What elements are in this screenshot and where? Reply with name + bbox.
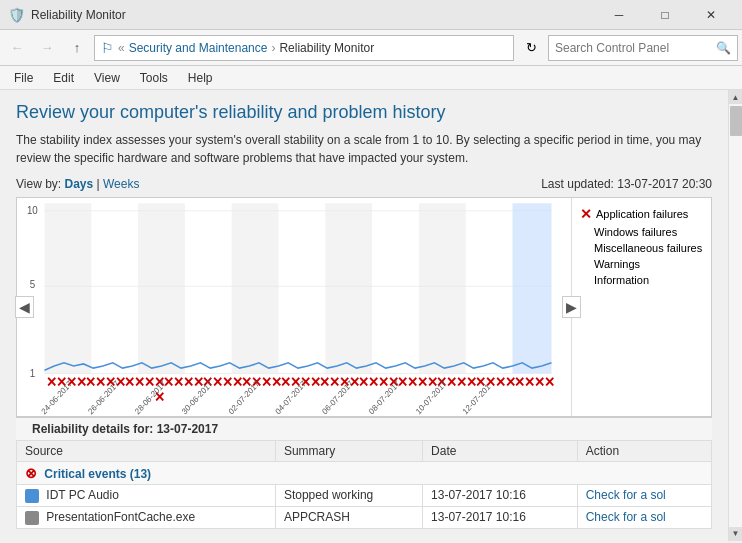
minimize-button[interactable]: ─ <box>596 0 642 30</box>
action-link-2[interactable]: Check for a sol <box>586 510 666 524</box>
forward-button[interactable]: → <box>34 35 60 61</box>
last-updated: Last updated: 13-07-2017 20:30 <box>541 177 712 191</box>
legend-item-information: Information <box>580 274 703 286</box>
source-cell: IDT PC Audio <box>17 485 276 507</box>
menu-file[interactable]: File <box>8 69 39 87</box>
maximize-button[interactable]: □ <box>642 0 688 30</box>
breadcrumb-arrow-icon: › <box>271 41 275 55</box>
chart-left-arrow[interactable]: ◀ <box>15 296 34 318</box>
app-icon-2 <box>25 511 39 525</box>
scrollbar[interactable]: ▲ ▼ <box>728 90 742 541</box>
titlebar: 🛡️ Reliability Monitor ─ □ ✕ <box>0 0 742 30</box>
addressbar: ← → ↑ ⚐ « Security and Maintenance › Rel… <box>0 30 742 66</box>
date-cell: 13-07-2017 10:16 <box>423 485 578 507</box>
menubar: File Edit View Tools Help <box>0 66 742 90</box>
scrollbar-thumb[interactable] <box>730 106 742 136</box>
source-cell-2: PresentationFontCache.exe <box>17 506 276 528</box>
svg-rect-8 <box>232 203 279 373</box>
menu-help[interactable]: Help <box>182 69 219 87</box>
search-icon: 🔍 <box>716 41 731 55</box>
col-source: Source <box>17 441 276 462</box>
menu-view[interactable]: View <box>88 69 126 87</box>
view-by-row: View by: Days | Weeks Last updated: 13-0… <box>16 177 712 191</box>
table-row: PresentationFontCache.exe APPCRASH 13-07… <box>17 506 712 528</box>
svg-rect-6 <box>45 203 92 373</box>
summary-cell-2: APPCRASH <box>275 506 422 528</box>
legend-item-windows-failures: Windows failures <box>580 226 703 238</box>
action-cell-2: Check for a sol <box>577 506 711 528</box>
breadcrumb-separator1: « <box>118 41 125 55</box>
svg-rect-11 <box>513 203 552 373</box>
table-row: IDT PC Audio Stopped working 13-07-2017 … <box>17 485 712 507</box>
titlebar-controls: ─ □ ✕ <box>596 0 734 30</box>
chart-container: ◀ 10 5 1 <box>16 197 712 417</box>
information-icon <box>580 275 590 285</box>
view-weeks-link[interactable]: Weeks <box>103 177 139 191</box>
critical-events-cell: ⊗ Critical events (13) <box>17 462 712 485</box>
app-failure-icon: ✕ <box>580 206 592 222</box>
address-box[interactable]: ⚐ « Security and Maintenance › Reliabili… <box>94 35 514 61</box>
action-cell: Check for a sol <box>577 485 711 507</box>
col-date: Date <box>423 441 578 462</box>
reliability-chart: 10 5 1 <box>25 198 571 416</box>
legend-information-label: Information <box>594 274 649 286</box>
table-header: Source Summary Date Action <box>17 441 712 462</box>
date-cell-2: 13-07-2017 10:16 <box>423 506 578 528</box>
legend-windows-failures-label: Windows failures <box>594 226 677 238</box>
page-description: The stability index assesses your system… <box>16 131 712 167</box>
summary-cell: Stopped working <box>275 485 422 507</box>
search-input[interactable] <box>555 41 716 55</box>
menu-tools[interactable]: Tools <box>134 69 174 87</box>
misc-failure-icon <box>580 243 590 253</box>
chart-legend: ✕ Application failures Windows failures … <box>571 198 711 416</box>
table-body: ⊗ Critical events (13) IDT PC Audio Stop… <box>17 462 712 529</box>
table-row: ⊗ Critical events (13) <box>17 462 712 485</box>
refresh-button[interactable]: ↻ <box>518 35 544 61</box>
critical-error-icon: ⊗ <box>25 465 37 481</box>
svg-rect-7 <box>138 203 185 373</box>
chart-right-arrow[interactable]: ▶ <box>562 296 581 318</box>
back-button[interactable]: ← <box>4 35 30 61</box>
col-action: Action <box>577 441 711 462</box>
inner-content: Review your computer's reliability and p… <box>0 90 728 541</box>
view-days-link[interactable]: Days <box>64 177 93 191</box>
breadcrumb-security-link[interactable]: Security and Maintenance <box>129 41 268 55</box>
svg-text:10: 10 <box>27 205 38 216</box>
close-button[interactable]: ✕ <box>688 0 734 30</box>
main-content-area: Review your computer's reliability and p… <box>0 90 742 541</box>
titlebar-title: Reliability Monitor <box>31 8 596 22</box>
legend-item-app-failures: ✕ Application failures <box>580 206 703 222</box>
up-button[interactable]: ↑ <box>64 35 90 61</box>
view-by-label: View by: <box>16 177 61 191</box>
warnings-icon <box>580 259 590 269</box>
windows-failure-icon <box>580 227 590 237</box>
critical-events-label[interactable]: Critical events (13) <box>44 467 151 481</box>
details-section: Reliability details for: 13-07-2017 Sour… <box>16 417 712 529</box>
view-by-controls: View by: Days | Weeks <box>16 177 139 191</box>
svg-text:5: 5 <box>30 279 36 290</box>
svg-text:✕: ✕ <box>544 375 555 391</box>
app-icon-1 <box>25 489 39 503</box>
page-title: Review your computer's reliability and p… <box>16 102 712 123</box>
svg-rect-10 <box>419 203 466 373</box>
svg-rect-9 <box>325 203 372 373</box>
legend-item-misc-failures: Miscellaneous failures <box>580 242 703 254</box>
breadcrumb-current: Reliability Monitor <box>279 41 374 55</box>
scroll-down-button[interactable]: ▼ <box>729 527 743 541</box>
col-summary: Summary <box>275 441 422 462</box>
menu-edit[interactable]: Edit <box>47 69 80 87</box>
svg-text:1: 1 <box>30 367 36 378</box>
action-link-1[interactable]: Check for a sol <box>586 488 666 502</box>
legend-misc-failures-label: Miscellaneous failures <box>594 242 702 254</box>
breadcrumb: ⚐ « Security and Maintenance › Reliabili… <box>101 40 374 56</box>
scroll-up-button[interactable]: ▲ <box>729 90 743 104</box>
breadcrumb-flag-icon: ⚐ <box>101 40 114 56</box>
titlebar-app-icon: 🛡️ <box>8 7 25 23</box>
legend-app-failures-label: Application failures <box>596 208 688 220</box>
details-table: Source Summary Date Action ⊗ Critical ev… <box>16 440 712 529</box>
chart-main: 10 5 1 <box>25 198 571 416</box>
legend-warnings-label: Warnings <box>594 258 640 270</box>
legend-item-warnings: Warnings <box>580 258 703 270</box>
search-box[interactable]: 🔍 <box>548 35 738 61</box>
details-header: Reliability details for: 13-07-2017 <box>16 418 712 440</box>
